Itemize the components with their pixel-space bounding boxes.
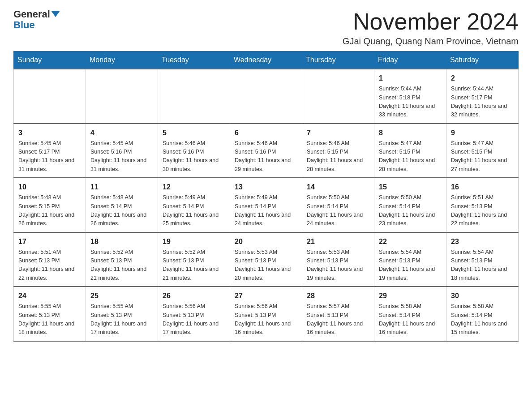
day-info: Sunrise: 5:48 AM Sunset: 5:15 PM Dayligh… [18, 193, 81, 228]
day-number: 30 [451, 291, 514, 301]
day-number: 5 [163, 128, 225, 138]
day-number: 2 [451, 73, 514, 84]
calendar-day-cell [86, 69, 158, 124]
title-area: November 2024 GJai Quang, Quang Nam Prov… [343, 9, 519, 47]
calendar-week-row: 24Sunrise: 5:55 AM Sunset: 5:13 PM Dayli… [14, 287, 519, 341]
day-info: Sunrise: 5:57 AM Sunset: 5:13 PM Dayligh… [307, 302, 369, 337]
calendar-day-cell: 21Sunrise: 5:53 AM Sunset: 5:13 PM Dayli… [302, 232, 374, 287]
calendar-day-cell: 20Sunrise: 5:53 AM Sunset: 5:13 PM Dayli… [230, 232, 302, 287]
day-of-week-header: Thursday [302, 51, 374, 69]
day-number: 4 [90, 128, 153, 138]
day-number: 8 [379, 128, 442, 138]
calendar-day-cell [302, 69, 374, 124]
day-number: 18 [90, 236, 153, 247]
calendar-day-cell: 13Sunrise: 5:49 AM Sunset: 5:14 PM Dayli… [230, 178, 302, 232]
day-info: Sunrise: 5:46 AM Sunset: 5:16 PM Dayligh… [235, 139, 297, 174]
day-info: Sunrise: 5:54 AM Sunset: 5:13 PM Dayligh… [451, 248, 514, 283]
day-info: Sunrise: 5:45 AM Sunset: 5:16 PM Dayligh… [90, 139, 153, 174]
calendar-day-cell: 17Sunrise: 5:51 AM Sunset: 5:13 PM Dayli… [14, 232, 86, 287]
day-info: Sunrise: 5:49 AM Sunset: 5:14 PM Dayligh… [235, 193, 297, 228]
calendar-day-cell: 3Sunrise: 5:45 AM Sunset: 5:17 PM Daylig… [14, 124, 86, 178]
calendar-day-cell: 5Sunrise: 5:46 AM Sunset: 5:16 PM Daylig… [158, 124, 230, 178]
day-number: 19 [163, 236, 225, 247]
calendar-day-cell: 9Sunrise: 5:47 AM Sunset: 5:15 PM Daylig… [446, 124, 519, 178]
calendar-day-cell: 12Sunrise: 5:49 AM Sunset: 5:14 PM Dayli… [158, 178, 230, 232]
day-number: 14 [307, 182, 369, 193]
day-number: 11 [90, 182, 153, 193]
day-info: Sunrise: 5:56 AM Sunset: 5:13 PM Dayligh… [235, 302, 297, 337]
day-info: Sunrise: 5:56 AM Sunset: 5:13 PM Dayligh… [163, 302, 225, 337]
day-number: 9 [451, 128, 514, 138]
day-number: 1 [379, 73, 442, 84]
logo: GeneralBlue [13, 9, 60, 30]
calendar-day-cell: 8Sunrise: 5:47 AM Sunset: 5:15 PM Daylig… [374, 124, 446, 178]
day-number: 24 [18, 291, 81, 301]
day-info: Sunrise: 5:47 AM Sunset: 5:15 PM Dayligh… [451, 139, 514, 174]
day-of-week-header: Wednesday [230, 51, 302, 69]
calendar-day-cell: 24Sunrise: 5:55 AM Sunset: 5:13 PM Dayli… [14, 287, 86, 341]
day-number: 3 [18, 128, 81, 138]
calendar-week-row: 3Sunrise: 5:45 AM Sunset: 5:17 PM Daylig… [14, 124, 519, 178]
calendar-day-cell [14, 69, 86, 124]
calendar-day-cell: 27Sunrise: 5:56 AM Sunset: 5:13 PM Dayli… [230, 287, 302, 341]
calendar-day-cell: 22Sunrise: 5:54 AM Sunset: 5:13 PM Dayli… [374, 232, 446, 287]
day-info: Sunrise: 5:58 AM Sunset: 5:14 PM Dayligh… [451, 302, 514, 337]
day-info: Sunrise: 5:45 AM Sunset: 5:17 PM Dayligh… [18, 139, 81, 174]
day-info: Sunrise: 5:50 AM Sunset: 5:14 PM Dayligh… [307, 193, 369, 228]
calendar-week-row: 10Sunrise: 5:48 AM Sunset: 5:15 PM Dayli… [14, 178, 519, 232]
header: GeneralBlue November 2024 GJai Quang, Qu… [13, 9, 519, 47]
day-info: Sunrise: 5:55 AM Sunset: 5:13 PM Dayligh… [90, 302, 153, 337]
logo-blue-text: Blue [13, 19, 35, 30]
day-number: 21 [307, 236, 369, 247]
day-info: Sunrise: 5:52 AM Sunset: 5:13 PM Dayligh… [90, 248, 153, 283]
calendar-day-cell: 14Sunrise: 5:50 AM Sunset: 5:14 PM Dayli… [302, 178, 374, 232]
logo-triangle-icon [51, 11, 60, 17]
calendar-day-cell [158, 69, 230, 124]
calendar-day-cell: 28Sunrise: 5:57 AM Sunset: 5:13 PM Dayli… [302, 287, 374, 341]
calendar-day-cell: 23Sunrise: 5:54 AM Sunset: 5:13 PM Dayli… [446, 232, 519, 287]
calendar-day-cell: 30Sunrise: 5:58 AM Sunset: 5:14 PM Dayli… [446, 287, 519, 341]
calendar-day-cell: 18Sunrise: 5:52 AM Sunset: 5:13 PM Dayli… [86, 232, 158, 287]
day-info: Sunrise: 5:58 AM Sunset: 5:14 PM Dayligh… [379, 302, 442, 337]
day-info: Sunrise: 5:44 AM Sunset: 5:17 PM Dayligh… [451, 85, 514, 120]
calendar-day-cell: 19Sunrise: 5:52 AM Sunset: 5:13 PM Dayli… [158, 232, 230, 287]
day-info: Sunrise: 5:46 AM Sunset: 5:15 PM Dayligh… [307, 139, 369, 174]
calendar-day-cell: 25Sunrise: 5:55 AM Sunset: 5:13 PM Dayli… [86, 287, 158, 341]
day-of-week-header: Friday [374, 51, 446, 69]
calendar-day-cell: 2Sunrise: 5:44 AM Sunset: 5:17 PM Daylig… [446, 69, 519, 124]
day-info: Sunrise: 5:49 AM Sunset: 5:14 PM Dayligh… [163, 193, 225, 228]
day-number: 13 [235, 182, 297, 193]
day-info: Sunrise: 5:51 AM Sunset: 5:13 PM Dayligh… [18, 248, 81, 283]
day-number: 6 [235, 128, 297, 138]
day-number: 29 [379, 291, 442, 301]
day-number: 27 [235, 291, 297, 301]
day-number: 12 [163, 182, 225, 193]
calendar-day-cell: 29Sunrise: 5:58 AM Sunset: 5:14 PM Dayli… [374, 287, 446, 341]
calendar-day-cell: 26Sunrise: 5:56 AM Sunset: 5:13 PM Dayli… [158, 287, 230, 341]
calendar-day-cell: 1Sunrise: 5:44 AM Sunset: 5:18 PM Daylig… [374, 69, 446, 124]
day-number: 16 [451, 182, 514, 193]
calendar-week-row: 17Sunrise: 5:51 AM Sunset: 5:13 PM Dayli… [14, 232, 519, 287]
day-number: 15 [379, 182, 442, 193]
calendar-day-cell: 15Sunrise: 5:50 AM Sunset: 5:14 PM Dayli… [374, 178, 446, 232]
day-info: Sunrise: 5:47 AM Sunset: 5:15 PM Dayligh… [379, 139, 442, 174]
location-title: GJai Quang, Quang Nam Province, Vietnam [343, 36, 519, 47]
day-number: 10 [18, 182, 81, 193]
day-info: Sunrise: 5:48 AM Sunset: 5:14 PM Dayligh… [90, 193, 153, 228]
calendar-day-cell: 10Sunrise: 5:48 AM Sunset: 5:15 PM Dayli… [14, 178, 86, 232]
day-info: Sunrise: 5:51 AM Sunset: 5:13 PM Dayligh… [451, 193, 514, 228]
calendar-week-row: 1Sunrise: 5:44 AM Sunset: 5:18 PM Daylig… [14, 69, 519, 124]
day-number: 17 [18, 236, 81, 247]
day-number: 26 [163, 291, 225, 301]
day-info: Sunrise: 5:53 AM Sunset: 5:13 PM Dayligh… [235, 248, 297, 283]
day-number: 20 [235, 236, 297, 247]
calendar-day-cell: 7Sunrise: 5:46 AM Sunset: 5:15 PM Daylig… [302, 124, 374, 178]
day-number: 7 [307, 128, 369, 138]
day-of-week-header: Tuesday [158, 51, 230, 69]
calendar-day-cell [230, 69, 302, 124]
day-info: Sunrise: 5:55 AM Sunset: 5:13 PM Dayligh… [18, 302, 81, 337]
month-title: November 2024 [343, 9, 519, 34]
day-info: Sunrise: 5:46 AM Sunset: 5:16 PM Dayligh… [163, 139, 225, 174]
logo-text: GeneralBlue [13, 9, 60, 30]
day-of-week-header: Monday [86, 51, 158, 69]
